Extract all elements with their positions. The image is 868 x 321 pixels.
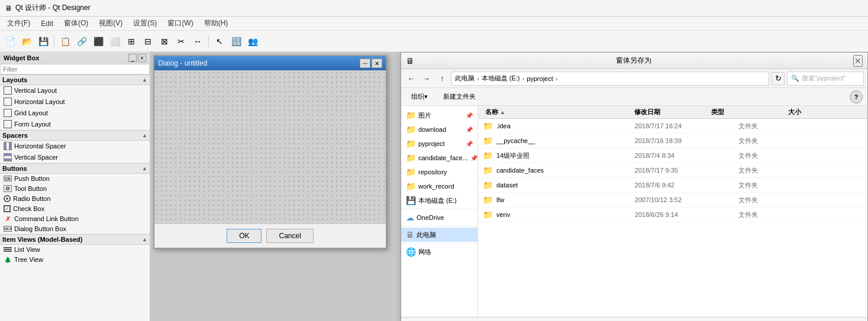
- widget-item-form-layout[interactable]: Form Layout: [0, 119, 150, 130]
- file-content: 📁 图片 📌 📁 download 📌 📁 pyproject 📌: [401, 106, 867, 317]
- toolbar-layout-g[interactable]: ⊞: [124, 34, 139, 49]
- file-date-2: 2018/7/4 8:34: [635, 152, 738, 159]
- toolbar-pointer[interactable]: ↖: [212, 34, 227, 49]
- menu-edit[interactable]: Edit: [36, 18, 58, 29]
- breadcrumb-folder: pyproject: [527, 75, 553, 82]
- nav-up-btn[interactable]: ↑: [435, 72, 448, 85]
- file-toolbar: 组织▾ 新建文件夹 ?: [401, 88, 867, 106]
- nav-back-btn[interactable]: ←: [405, 72, 418, 85]
- toolbar-buddy[interactable]: 👥: [245, 34, 260, 49]
- sidebar-pyproject[interactable]: 📁 pyproject 📌: [401, 137, 477, 151]
- widget-box-minimize[interactable]: _: [128, 54, 137, 62]
- file-dialog-title-bar: 🖥 窗体另存为 ✕: [401, 53, 867, 69]
- file-icon-3: 📁: [483, 166, 493, 175]
- section-layouts-arrow[interactable]: ▲: [142, 77, 147, 83]
- sidebar-network[interactable]: 🌐 网络: [401, 245, 477, 259]
- file-date-1: 2018/7/16 18:39: [635, 137, 738, 144]
- dialog-button-box-icon: OKX: [4, 226, 12, 232]
- col-size[interactable]: 大小: [786, 108, 863, 116]
- widget-item-tree-view[interactable]: 🌲 Tree View: [0, 255, 150, 265]
- sidebar-onedrive[interactable]: ☁ OneDrive: [401, 210, 477, 225]
- menu-settings[interactable]: 设置(S): [128, 17, 162, 30]
- file-row-3[interactable]: 📁 candidate_faces 2018/7/17 9:35 文件夹: [478, 163, 867, 178]
- toolbar-widget-editor[interactable]: 📋: [57, 34, 73, 49]
- toolbar-layout-v[interactable]: ⬜: [107, 34, 122, 49]
- new-folder-btn[interactable]: 新建文件夹: [438, 90, 481, 103]
- widget-box-title: Widget Box: [4, 54, 39, 61]
- widget-item-check-box[interactable]: ✓ Check Box: [0, 204, 150, 214]
- toolbar-adjust[interactable]: ↔: [190, 34, 205, 49]
- breadcrumb-computer: 此电脑: [455, 74, 475, 83]
- dialog-minimize-btn[interactable]: ─: [360, 59, 370, 68]
- widget-box-filter[interactable]: [0, 64, 150, 74]
- file-row-0[interactable]: 📁 .idea 2018/7/17 16:24 文件夹: [478, 119, 867, 134]
- widget-item-vertical-spacer[interactable]: Vertical Spacer: [0, 152, 150, 163]
- toolbar-layout-f[interactable]: ⊟: [140, 34, 156, 49]
- widget-item-horizontal-layout[interactable]: Horizontal Layout: [0, 96, 150, 108]
- refresh-btn[interactable]: ↻: [772, 72, 785, 85]
- widget-box-close[interactable]: ×: [138, 54, 146, 62]
- section-spacers-arrow[interactable]: ▲: [142, 132, 147, 138]
- col-date[interactable]: 修改日期: [632, 108, 709, 116]
- help-btn[interactable]: ?: [850, 90, 863, 103]
- widget-item-tool-button[interactable]: ⚙ Tool Button: [0, 184, 150, 194]
- file-type-0: 文件夹: [738, 122, 808, 131]
- widget-item-list-view[interactable]: List View: [0, 245, 150, 255]
- nav-forward-btn[interactable]: →: [420, 72, 433, 85]
- col-type[interactable]: 类型: [709, 108, 786, 116]
- toolbar-open[interactable]: 📂: [19, 34, 34, 49]
- sidebar-download[interactable]: 📁 download 📌: [401, 122, 477, 137]
- section-itemviews-arrow[interactable]: ▲: [142, 236, 147, 242]
- file-row-4[interactable]: 📁 dataset 2018/7/6 9:42 文件夹: [478, 178, 867, 193]
- col-name[interactable]: 名称 ▲: [483, 108, 632, 116]
- widget-item-cb-label: Check Box: [13, 205, 44, 212]
- widget-item-hl-label: Horizontal Layout: [14, 98, 65, 105]
- menu-file[interactable]: 文件(F): [2, 17, 35, 30]
- widget-item-command-link[interactable]: ✗ Command Link Button: [0, 214, 150, 224]
- widget-item-dialog-button-box[interactable]: OKX Dialog Button Box: [0, 224, 150, 234]
- search-box[interactable]: 🔍 搜索"pyproject": [787, 72, 864, 86]
- sidebar-repository[interactable]: 📁 repository: [401, 165, 477, 179]
- toolbar-layout-sp[interactable]: ⊠: [157, 34, 172, 49]
- organize-btn[interactable]: 组织▾: [406, 90, 433, 103]
- sidebar-repository-label: repository: [418, 168, 447, 176]
- menu-form[interactable]: 窗体(O): [59, 17, 93, 30]
- file-row-2[interactable]: 📁 14级毕业照 2018/7/4 8:34 文件夹: [478, 148, 867, 163]
- pin-icon-0: 📌: [466, 112, 473, 119]
- search-placeholder: 搜索"pyproject": [802, 74, 846, 83]
- sidebar-pictures[interactable]: 📁 图片 📌: [401, 108, 477, 122]
- file-date-0: 2018/7/17 16:24: [635, 122, 738, 129]
- file-dialog-close-btn[interactable]: ✕: [853, 55, 863, 67]
- section-buttons-arrow[interactable]: ▲: [142, 166, 147, 171]
- file-row-1[interactable]: 📁 __pycache__ 2018/7/16 18:39 文件夹: [478, 134, 867, 148]
- toolbar-break[interactable]: ✂: [173, 34, 189, 49]
- widget-item-push-button[interactable]: OK Push Button: [0, 174, 150, 184]
- toolbar-new[interactable]: 📄: [2, 34, 18, 49]
- toolbar-save[interactable]: 💾: [36, 34, 51, 49]
- sidebar-this-pc[interactable]: 🖥 此电脑: [401, 228, 477, 242]
- widget-box: Widget Box _ × Layouts ▲ Vertical Layout…: [0, 52, 150, 321]
- widget-item-vertical-layout[interactable]: Vertical Layout: [0, 85, 150, 96]
- menu-view[interactable]: 视图(V): [94, 17, 127, 30]
- file-type-6: 文件夹: [738, 210, 808, 219]
- menu-help[interactable]: 帮助(H): [199, 17, 233, 30]
- widget-item-radio-button[interactable]: Radio Button: [0, 194, 150, 204]
- sidebar-workrecord[interactable]: 📁 work_record: [401, 179, 477, 193]
- file-row-5[interactable]: 📁 lfw 2007/10/12 3:52 文件夹: [478, 193, 867, 207]
- menu-window[interactable]: 窗口(W): [163, 17, 198, 30]
- dialog-cancel-btn[interactable]: Cancel: [266, 229, 313, 243]
- sidebar-candidate[interactable]: 📁 candidate_face... 📌: [401, 151, 477, 165]
- widget-item-grid-layout[interactable]: Grid Layout: [0, 108, 150, 119]
- toolbar-tab-order[interactable]: 🔢: [228, 34, 244, 49]
- dialog-close-btn[interactable]: ✕: [372, 59, 382, 68]
- toolbar-sep-1: [54, 35, 54, 47]
- breadcrumb[interactable]: 此电脑 › 本地磁盘 (E:) › pyproject ›: [451, 72, 769, 86]
- sidebar-drive[interactable]: 💾 本地磁盘 (E:): [401, 193, 477, 207]
- file-name-1: __pycache__: [496, 137, 635, 144]
- toolbar-signal[interactable]: 🔗: [74, 34, 89, 49]
- file-row-6[interactable]: 📁 venv 2018/6/26 9:14 文件夹: [478, 207, 867, 222]
- toolbar-layout-h[interactable]: ⬛: [91, 34, 106, 49]
- widget-item-horizontal-spacer[interactable]: Horizontal Spacer: [0, 141, 150, 152]
- dialog-ok-btn[interactable]: OK: [227, 229, 262, 243]
- dialog-title-text: Dialog - untitled: [158, 59, 207, 67]
